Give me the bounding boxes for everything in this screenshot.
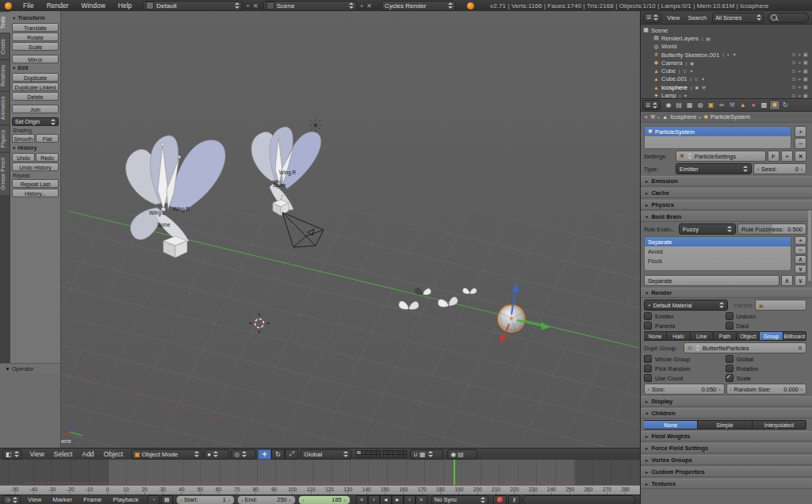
outliner-row[interactable]: RenderLayers | ▤ ⊙➢▣ (642, 34, 811, 42)
outliner-row[interactable]: Butterfly Skeleton.001 | ⌖ ✦ ⊙➢▣ (642, 51, 811, 59)
rule-state-up-button[interactable]: ∧ (781, 275, 793, 286)
playback-button[interactable] (356, 495, 368, 504)
collapsed-panel-header[interactable]: ►Force Field Settings (641, 443, 812, 453)
checkbox-icon[interactable] (726, 374, 733, 382)
render-panel-header[interactable]: ▼Render (641, 288, 812, 298)
opengl-render-buttons[interactable]: ◉ ▤ (447, 449, 477, 460)
repeat-last-button[interactable]: Repeat Last (12, 179, 59, 188)
display-panel-header[interactable]: ►Display (641, 396, 812, 407)
selectability-icon[interactable]: ➢ (797, 76, 802, 82)
edit-button[interactable]: Duplicate (12, 73, 59, 82)
timeline-menu-item[interactable]: Frame (78, 496, 107, 503)
row-restriction-toggles[interactable]: ⊙➢▣ (791, 52, 811, 58)
render-checkbox[interactable]: Scale (726, 374, 807, 382)
rule-name-field[interactable]: Separate (644, 275, 779, 286)
camera-object[interactable] (282, 212, 324, 247)
playback-button[interactable] (404, 495, 416, 504)
sync-mode-selector[interactable]: No Sync (431, 495, 488, 504)
checkbox-icon[interactable] (644, 365, 652, 372)
outliner-row[interactable]: Icosphere | ✱ ⚒ ⊙➢▣ (642, 83, 811, 91)
collapsed-panel-header[interactable]: ►Textures (641, 479, 812, 489)
render-checkbox[interactable]: Parents (644, 322, 726, 330)
timeline-menu-item[interactable]: Playback (107, 496, 144, 503)
size-field[interactable]: ‹Size:0.050› (644, 384, 725, 395)
properties-tab[interactable] (780, 100, 791, 110)
tool-shelf-tab[interactable]: Create (0, 33, 10, 59)
checkbox-icon[interactable] (644, 355, 652, 363)
auto-keyframe-button[interactable] (493, 495, 507, 504)
selectability-icon[interactable]: ➢ (797, 59, 802, 65)
children-mode-button[interactable]: None (644, 420, 698, 430)
rule-fuzziness-slider[interactable]: Rule Fuzziness: 0.500 (737, 223, 806, 235)
menu-item[interactable]: Render (40, 2, 75, 10)
pivot-point-selector[interactable]: ◎ (231, 449, 256, 460)
render-mode-button[interactable]: Billboard (783, 331, 806, 341)
selectability-icon[interactable]: ➢ (797, 52, 802, 57)
checkbox-icon[interactable] (726, 355, 733, 363)
scale-manipulator-toggle[interactable]: ⤢ (285, 449, 298, 460)
tool-shelf-tab[interactable]: Animation (0, 91, 10, 124)
playback-button[interactable] (368, 495, 380, 504)
collapsed-panel-header[interactable]: ►Field Weights (641, 431, 812, 441)
viewport-menu-item[interactable]: View (25, 450, 49, 458)
layout-add-button[interactable]: + (246, 2, 250, 10)
render-checkbox[interactable]: Died (726, 322, 807, 330)
scene-delete-button[interactable]: ✕ (366, 2, 372, 10)
browse-settings-icon[interactable] (687, 153, 692, 159)
history-panel-header[interactable]: ▼History (12, 145, 59, 151)
properties-tab[interactable] (674, 100, 684, 110)
playback-button[interactable] (392, 495, 404, 504)
tool-shelf-tab[interactable]: Relations (0, 59, 10, 91)
particle-system-item[interactable]: ✱ ParticleSystem (645, 127, 791, 136)
properties-tab[interactable] (737, 100, 748, 110)
fake-user-button[interactable]: F (768, 151, 779, 162)
properties-tab[interactable] (663, 100, 673, 110)
render-mode-button[interactable]: Line (691, 331, 714, 341)
menu-item[interactable]: Window (75, 2, 112, 10)
join-button[interactable]: Join (12, 105, 59, 113)
selectability-icon[interactable]: ➢ (797, 84, 802, 90)
start-frame-field[interactable]: ‹Start:1› (176, 495, 235, 504)
unlink-settings-button[interactable]: ✕ (795, 151, 806, 162)
tool-shelf-tab[interactable]: Tools (0, 11, 10, 33)
renderability-icon[interactable]: ▣ (803, 93, 810, 98)
render-checkbox[interactable]: Emitter (644, 312, 726, 320)
random-size-field[interactable]: ‹Random Size:0.000› (726, 384, 807, 395)
seed-field[interactable]: ‹Seed:0› (753, 163, 806, 174)
pin-icon[interactable]: ⌖ (645, 114, 648, 120)
scene-browse-icon[interactable] (348, 2, 354, 9)
render-checkbox[interactable]: Pick Random (644, 365, 726, 372)
edit-button[interactable]: Duplicate Linked (12, 82, 59, 91)
rule-state-down-button[interactable]: ∨ (795, 275, 806, 286)
blender-logo-icon[interactable] (5, 2, 12, 10)
set-origin-dropdown[interactable]: Set Origin (12, 117, 59, 126)
timeline-editor-selector[interactable]: ◷ (2, 495, 21, 504)
render-checkbox[interactable]: Rotation (726, 365, 807, 372)
render-engine-selector[interactable]: Cycles Render (381, 1, 456, 11)
outliner-editor-selector[interactable]: ☰ (643, 13, 661, 23)
screen-layout-selector[interactable]: Default (143, 1, 243, 11)
render-mode-button[interactable]: None (644, 331, 667, 341)
menu-item[interactable]: File (17, 2, 40, 10)
lamp-object[interactable] (309, 119, 322, 132)
children-panel-header[interactable]: ▼Children (641, 408, 812, 418)
children-mode-button[interactable]: Simple (698, 420, 752, 430)
outliner-row[interactable]: Camera | ◉ ⊙➢▣ (642, 59, 811, 67)
remove-particle-system-button[interactable]: − (795, 138, 806, 149)
renderability-icon[interactable]: ▣ (803, 84, 810, 90)
properties-tab[interactable] (769, 100, 779, 110)
renderability-icon[interactable]: ▣ (803, 76, 810, 82)
translate-manipulator-toggle[interactable]: ✛ (258, 449, 271, 460)
menu-item[interactable]: Help (112, 2, 138, 10)
properties-tab[interactable] (759, 100, 769, 110)
add-particle-system-button[interactable]: + (795, 126, 806, 137)
icosphere-emitter[interactable] (498, 305, 525, 332)
transform-button[interactable]: Scale (12, 42, 59, 51)
checkbox-icon[interactable] (644, 374, 652, 382)
collapsed-panel-header[interactable]: ►Custom Properties (641, 467, 812, 477)
collapsed-panel-header[interactable]: ►Vortex Groups (641, 455, 812, 465)
viewport-menu-item[interactable]: Select (49, 450, 78, 458)
checkbox-icon[interactable] (726, 365, 733, 372)
transform-button[interactable]: Translate (12, 23, 59, 32)
scene-add-button[interactable]: + (360, 2, 364, 10)
